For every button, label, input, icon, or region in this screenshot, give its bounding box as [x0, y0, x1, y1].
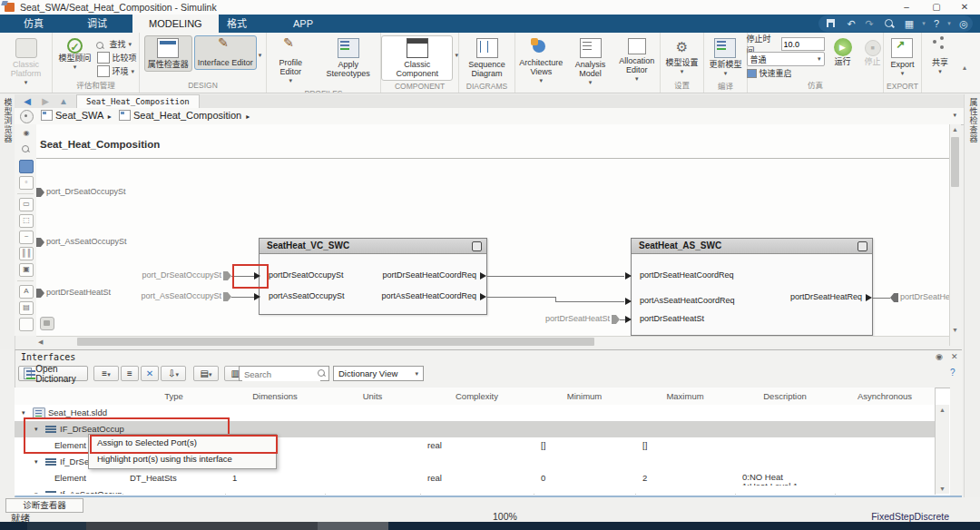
component-port-label[interactable]: portAsSeatHeatCoordReq	[358, 291, 476, 300]
import-button[interactable]: ⇩▾	[161, 366, 186, 381]
help-dropdown-icon[interactable]: ▾	[942, 16, 956, 31]
close-button[interactable]: ✕	[951, 0, 978, 14]
subsystem-tool-icon[interactable]: ▭	[19, 198, 34, 211]
table-row[interactable]: Element DT_HeatSts 1 real 0 2 0:NO Heat1…	[15, 470, 935, 487]
architecture-views-button[interactable]: Architecture Views▾	[515, 35, 567, 88]
scroll-left-icon[interactable]: ◀	[38, 339, 43, 346]
tree-label[interactable]: If_AsSeatOccup	[60, 489, 122, 494]
profile-editor-button[interactable]: Profile Editor▾	[267, 35, 314, 88]
apply-stereotypes-button[interactable]: Apply Stereotypes	[316, 35, 380, 81]
tree-label[interactable]: Seat_Heat.sldd	[48, 407, 107, 417]
tab-debug[interactable]: 调试	[71, 15, 123, 33]
export-button[interactable]: Export▾	[887, 35, 917, 81]
component-dropdown-icon[interactable]: ▾	[455, 52, 458, 59]
expander-icon[interactable]: ▾	[34, 458, 38, 466]
tab-app[interactable]: APP	[277, 15, 329, 33]
table-scrollbar[interactable]: ▲ ▼	[936, 405, 949, 494]
model-settings-button[interactable]: ⚙ 模型设置▾	[662, 35, 701, 79]
component-port-label[interactable]: portDrSeatHeatReq	[744, 292, 862, 301]
area-tool-icon[interactable]: ⬚	[19, 214, 34, 228]
analysis-model-button[interactable]: Analysis Model▾	[569, 35, 612, 90]
connection-line[interactable]	[487, 276, 624, 277]
add-element-button[interactable]: ≡	[121, 366, 139, 381]
connection-line[interactable]	[555, 301, 624, 302]
component-port-label[interactable]: portDrSeatOccupySt	[269, 270, 344, 280]
blank-box-icon[interactable]	[19, 318, 34, 331]
update-model-button[interactable]: 更新模型▾	[705, 35, 745, 81]
in-port-arrow-icon[interactable]	[625, 272, 632, 280]
find-button[interactable]: 查找▾	[97, 37, 137, 51]
annotation-icon[interactable]: A	[19, 285, 34, 299]
vertical-scrollbar[interactable]: ▲ ▼	[949, 124, 961, 346]
classic-platform-button[interactable]: Classic Platform▾	[0, 35, 52, 90]
sequence-diagram-button[interactable]: Sequence Diagram	[459, 35, 514, 81]
image-icon[interactable]: ▣	[19, 263, 34, 277]
undo-icon[interactable]: ↶	[844, 16, 858, 31]
horizontal-scrollbar[interactable]: ◀	[36, 336, 949, 347]
open-dictionary-button[interactable]: Open Dictionary	[18, 366, 88, 381]
up-icon[interactable]: ▲	[56, 95, 71, 107]
minimize-button[interactable]: –	[893, 0, 920, 14]
environment-button[interactable]: 环境▾	[97, 64, 137, 78]
minimize-ribbon-icon[interactable]: ◎	[956, 16, 971, 31]
scroll-up-icon[interactable]: ▲	[939, 407, 946, 413]
scrollbar-thumb[interactable]	[77, 338, 594, 346]
scroll-down-icon[interactable]: ▼	[952, 327, 958, 333]
connection-line[interactable]	[872, 298, 890, 299]
add-interface-button[interactable]: ≡▾	[93, 366, 119, 381]
run-button[interactable]: ▶ 运行	[830, 35, 856, 69]
zoom-icon[interactable]	[19, 143, 34, 157]
back-icon[interactable]: ◀	[20, 95, 34, 107]
interface-tool-button-1[interactable]: ▤▾	[193, 366, 219, 381]
in-port-arrow-icon[interactable]	[254, 293, 260, 300]
library-icon[interactable]	[19, 160, 34, 173]
model-advisor-button[interactable]: ✓ 模型顾问▾	[54, 35, 94, 74]
table-row[interactable]: ▾ If_AsSeatOccup	[15, 486, 935, 494]
tab-modeling[interactable]: MODELING	[132, 15, 219, 33]
document-tab[interactable]: Seat_Heat_Composition	[76, 94, 200, 109]
tab-simulation[interactable]: 仿真	[7, 15, 60, 33]
design-dropdown-icon[interactable]: ▾	[259, 52, 262, 59]
component-port-label[interactable]: portDrSeatHeatCoordReq	[640, 270, 734, 280]
layout-icon[interactable]: ▦	[902, 16, 916, 31]
expander-icon[interactable]: ▾	[22, 409, 25, 417]
panel-collapse-icon[interactable]: ◉	[936, 352, 943, 361]
barcode-icon[interactable]: ║║	[19, 247, 34, 260]
connector-line[interactable]	[231, 297, 255, 298]
component-port-label[interactable]: portDrSeatHeatSt	[640, 314, 704, 323]
interface-editor-button[interactable]: Interface Editor	[194, 35, 257, 70]
maximize-button[interactable]: ▢	[923, 0, 950, 14]
stamp-icon[interactable]: ▤	[19, 301, 34, 315]
compare-button[interactable]: 比较项	[97, 51, 137, 64]
in-port-arrow-icon[interactable]	[625, 316, 632, 323]
external-input-port-label[interactable]: port_AsSeatOccupySt	[46, 237, 127, 246]
collapse-toolstrip-icon[interactable]: ▴	[958, 33, 971, 93]
port-stub-label[interactable]: port_AsSeatOccupySt	[113, 291, 221, 300]
component-header[interactable]: SeatHeat_VC_SWC	[260, 239, 486, 254]
canvas-badge-icon[interactable]	[40, 317, 54, 330]
breadcrumb-dropdown-icon[interactable]: ▾	[953, 112, 956, 119]
dictionary-view-select[interactable]: Dictionary View▾	[333, 366, 424, 381]
search-input[interactable]	[242, 368, 320, 381]
forward-icon[interactable]: ▶	[38, 95, 53, 107]
property-inspector-button[interactable]: 属性检查器	[144, 35, 192, 72]
sim-mode-select[interactable]: 普通▾	[747, 52, 825, 66]
scroll-down-icon[interactable]: ▼	[939, 486, 946, 492]
port-stub-label[interactable]: port_DrSeatOccupySt	[113, 270, 221, 280]
note-icon[interactable]: ▫	[19, 176, 34, 190]
delete-button[interactable]: ✕	[141, 366, 159, 381]
signal-wave-icon[interactable]: ~	[19, 231, 34, 244]
out-port-arrow-icon[interactable]	[480, 272, 486, 280]
port-stub-label[interactable]: portDrSeatHeatSt	[510, 314, 610, 323]
connection-line[interactable]	[487, 297, 556, 298]
scroll-up-icon[interactable]: ▲	[952, 126, 958, 132]
scrollbar-thumb[interactable]	[951, 137, 959, 187]
breadcrumb-item-seat-heat-composition[interactable]: Seat_Heat_Composition	[133, 110, 241, 121]
external-input-port-label[interactable]: port_DrSeatOccupySt	[46, 187, 126, 196]
tab-format[interactable]: 格式	[211, 15, 263, 33]
status-solver[interactable]: FixedStepDiscrete	[858, 511, 949, 522]
classic-component-button[interactable]: Classic Component	[381, 35, 453, 81]
external-input-port-label[interactable]: portDrSeatHeatSt	[46, 288, 111, 297]
component-port-label[interactable]: portAsSeatHeatCoordReq	[640, 296, 735, 305]
out-port-arrow-icon[interactable]	[480, 293, 486, 300]
